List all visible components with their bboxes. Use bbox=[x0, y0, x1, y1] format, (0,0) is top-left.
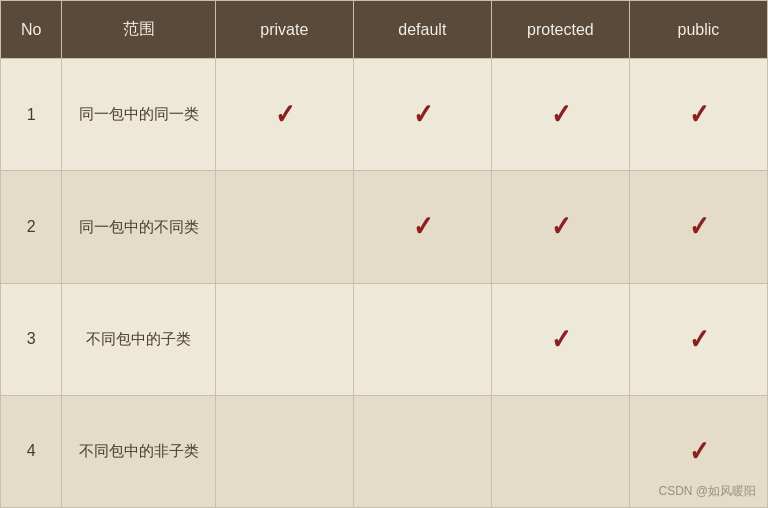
cell-protected-2: ✓ bbox=[491, 171, 629, 283]
table-row: 4不同包中的非子类✓ bbox=[1, 395, 768, 507]
table-body: 1同一包中的同一类✓✓✓✓2同一包中的不同类✓✓✓3不同包中的子类✓✓4不同包中… bbox=[1, 59, 768, 508]
cell-public-2: ✓ bbox=[629, 171, 767, 283]
check-protected-1: ✓ bbox=[551, 98, 571, 131]
cell-no-2: 2 bbox=[1, 171, 62, 283]
table-row: 1同一包中的同一类✓✓✓✓ bbox=[1, 59, 768, 171]
table-header-row: No 范围 private default protected public bbox=[1, 1, 768, 59]
header-scope: 范围 bbox=[62, 1, 215, 59]
check-protected-2: ✓ bbox=[551, 210, 571, 243]
cell-protected-1: ✓ bbox=[491, 59, 629, 171]
cell-private-2 bbox=[215, 171, 353, 283]
table-row: 3不同包中的子类✓✓ bbox=[1, 283, 768, 395]
access-modifier-table: No 范围 private default protected public 1… bbox=[0, 0, 768, 508]
cell-scope-1: 同一包中的同一类 bbox=[62, 59, 215, 171]
check-default-2: ✓ bbox=[413, 210, 433, 243]
header-protected: protected bbox=[491, 1, 629, 59]
check-public-2: ✓ bbox=[689, 210, 709, 243]
header-no: No bbox=[1, 1, 62, 59]
cell-private-4 bbox=[215, 395, 353, 507]
cell-default-4 bbox=[353, 395, 491, 507]
header-private: private bbox=[215, 1, 353, 59]
cell-public-3: ✓ bbox=[629, 283, 767, 395]
check-default-1: ✓ bbox=[413, 98, 433, 131]
cell-public-1: ✓ bbox=[629, 59, 767, 171]
cell-no-3: 3 bbox=[1, 283, 62, 395]
cell-private-3 bbox=[215, 283, 353, 395]
header-default: default bbox=[353, 1, 491, 59]
cell-scope-3: 不同包中的子类 bbox=[62, 283, 215, 395]
cell-scope-4: 不同包中的非子类 bbox=[62, 395, 215, 507]
cell-default-3 bbox=[353, 283, 491, 395]
check-public-3: ✓ bbox=[689, 323, 709, 356]
cell-protected-4 bbox=[491, 395, 629, 507]
cell-default-2: ✓ bbox=[353, 171, 491, 283]
check-protected-3: ✓ bbox=[551, 323, 571, 356]
table-container: No 范围 private default protected public 1… bbox=[0, 0, 768, 508]
cell-default-1: ✓ bbox=[353, 59, 491, 171]
cell-no-1: 1 bbox=[1, 59, 62, 171]
check-public-1: ✓ bbox=[689, 98, 709, 131]
check-public-4: ✓ bbox=[689, 435, 709, 468]
watermark: CSDN @如风暖阳 bbox=[658, 483, 756, 500]
cell-protected-3: ✓ bbox=[491, 283, 629, 395]
cell-scope-2: 同一包中的不同类 bbox=[62, 171, 215, 283]
cell-private-1: ✓ bbox=[215, 59, 353, 171]
header-public: public bbox=[629, 1, 767, 59]
cell-no-4: 4 bbox=[1, 395, 62, 507]
check-private-1: ✓ bbox=[274, 98, 294, 131]
table-row: 2同一包中的不同类✓✓✓ bbox=[1, 171, 768, 283]
